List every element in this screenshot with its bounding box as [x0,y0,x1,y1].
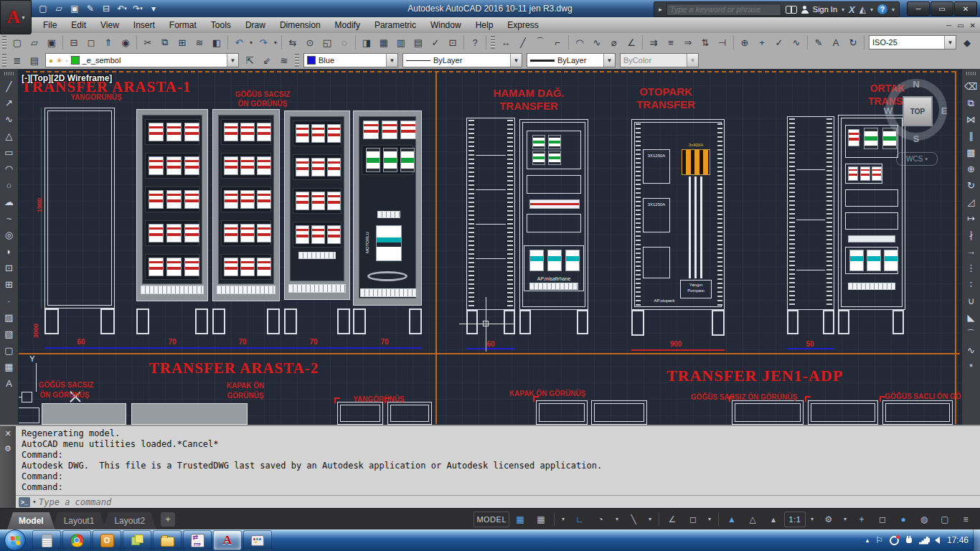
tray-show-hidden-icons[interactable]: ▴ [866,537,870,544]
doc-close[interactable]: ✕ [970,22,976,29]
tolerance-button[interactable]: ⊕ [736,34,753,50]
etransmit-button[interactable]: ◉ [117,34,134,50]
revision-cloud-icon[interactable]: ☁ [1,194,17,210]
circle-icon[interactable]: ○ [1,177,17,194]
dim-style-combo-arrow[interactable]: ▼ [944,36,956,49]
toolbar-grip[interactable] [295,54,299,67]
taskbar-ftp-client[interactable]: FTP [183,530,212,550]
command-recent-icon[interactable]: ▾ [33,499,36,505]
command-input[interactable]: Type a command [39,497,111,507]
markup-set-manager-button[interactable]: ✓ [427,34,444,50]
dim-diameter-button[interactable]: ⌀ [606,34,623,50]
workspace-menu[interactable]: ▾ [839,512,851,527]
break-at-point-icon[interactable]: ⋮ [963,260,979,276]
annotation-autoscale[interactable]: △ [743,512,763,527]
paste-button[interactable]: ⊞ [174,34,191,50]
block-editor-button[interactable]: ◧ [208,34,225,50]
insert-block-icon[interactable]: ⊡ [1,260,17,276]
workspace-switching[interactable]: ⚙ [819,512,839,527]
search-icon[interactable] [786,6,797,13]
tray-antivirus[interactable] [890,536,899,545]
doc-restore[interactable]: ▭ [957,22,963,29]
menu-tools[interactable]: Tools [204,19,238,32]
gradient-icon[interactable]: ▧ [1,326,17,342]
tray-action-center[interactable]: ⚐ [875,535,883,545]
taskbar-chrome[interactable] [62,530,91,550]
rectangle-icon[interactable]: ▭ [1,144,17,161]
trim-icon[interactable]: ∤ [963,227,979,243]
explode-icon[interactable]: * [963,359,979,375]
layer-combo[interactable]: ● ☀ ▫ _e_sembol ▼ [45,53,239,67]
publish-button[interactable]: ⇑ [100,34,117,50]
isodraft-menu[interactable]: ▾ [644,512,656,527]
hatch-icon[interactable]: ▨ [1,309,17,326]
dim-edit-button[interactable]: ✎ [810,34,827,50]
qat-plot[interactable]: ⊟ [99,2,113,15]
help-icon[interactable]: ? [877,4,887,14]
multiline-text-icon[interactable]: A [1,375,17,392]
polygon-icon[interactable]: △ [1,128,17,144]
plot-preview-button[interactable]: ◻ [83,34,100,50]
command-prompt-icon[interactable]: >_ [19,497,30,507]
dim-space-button[interactable]: ⇅ [697,34,714,50]
ellipse-arc-icon[interactable]: ◗ [1,243,17,260]
layer-combo-arrow[interactable]: ▼ [227,54,238,67]
menu-view[interactable]: View [93,19,126,32]
toolbar-grip[interactable] [966,72,976,75]
dim-ordinate-button[interactable]: ⌐ [549,34,566,50]
dim-baseline-button[interactable]: ≡ [662,34,679,50]
viewcube-north[interactable]: N [913,79,919,90]
quick-dimension-button[interactable]: ⇉ [645,34,662,50]
menu-edit[interactable]: Edit [64,19,93,32]
menu-express[interactable]: Express [500,19,545,32]
array-icon[interactable]: ▩ [963,144,979,161]
drawing-canvas[interactable]: TRANSFER ARASTA-1TRANSFER ARASTA-2TRANSF… [0,69,980,425]
spline-icon[interactable]: ~ [1,210,17,227]
region-icon[interactable]: ▢ [1,342,17,359]
polar-menu[interactable]: ▾ [611,512,623,527]
dim-radius-button[interactable]: ◠ [571,34,588,50]
join-icon[interactable]: ∪ [963,293,979,309]
viewcube-west[interactable]: W [884,105,892,116]
sheet-set-manager-button[interactable]: ▤ [410,34,427,50]
annotation-scale[interactable]: 1:1 [784,512,806,527]
blend-curves-icon[interactable]: ∿ [963,342,979,359]
save-button[interactable]: ▣ [43,34,60,50]
menu-dimension[interactable]: Dimension [273,19,328,32]
polyline-icon[interactable]: ∿ [1,111,17,128]
menu-insert[interactable]: Insert [126,19,162,32]
minimize-button[interactable]: ─ [907,1,930,16]
make-object-layer-current-button[interactable]: ⇱ [241,52,258,68]
viewport-controls-label[interactable]: [-][Top][2D Wireframe] [22,73,112,83]
model-paper-toggle[interactable]: MODEL [473,512,509,527]
zoom-previous-button[interactable]: ◌ [336,34,353,50]
help-button[interactable]: ? [466,34,484,50]
offset-icon[interactable]: ∥ [963,128,979,144]
layer-isolate-button[interactable]: ≋ [275,52,293,68]
point-icon[interactable]: ∙ [1,293,17,309]
help-menu-icon[interactable]: ▾ [892,6,895,13]
polar-toggle[interactable]: ◔ [590,512,611,527]
otrack-toggle[interactable]: ∠ [662,512,682,527]
qat-save-as[interactable]: ✎ [83,2,98,15]
ellipse-icon[interactable]: ◎ [1,227,17,243]
pan-button[interactable]: ⇆ [284,34,301,50]
viewcube-south[interactable]: S [913,133,920,144]
dim-linear-button[interactable]: ↔ [497,34,514,50]
copy-clip-button[interactable]: ⧉ [156,34,174,50]
restore-button[interactable]: ▭ [930,1,953,16]
toolbar-grip[interactable] [491,36,495,49]
grid-toggle[interactable]: ▦ [510,512,530,527]
make-block-icon[interactable]: ⊞ [1,276,17,293]
copy-icon[interactable]: ⧉ [963,95,979,111]
match-properties-button[interactable]: ≋ [191,34,208,50]
scale-icon[interactable]: ◿ [963,194,979,210]
layer-freeze-icon[interactable]: ☀ [56,57,62,65]
qat-open[interactable]: ▱ [52,2,66,15]
annotation-scale-icon[interactable]: ▴ [763,512,783,527]
cut-button[interactable]: ✂ [139,34,156,50]
tab-layout1[interactable]: Layout1 [52,512,106,529]
taskbar-file-explorer[interactable] [153,530,182,550]
fillet-icon[interactable]: ⌒ [963,326,979,342]
redo-button[interactable]: ↷ [255,34,272,50]
